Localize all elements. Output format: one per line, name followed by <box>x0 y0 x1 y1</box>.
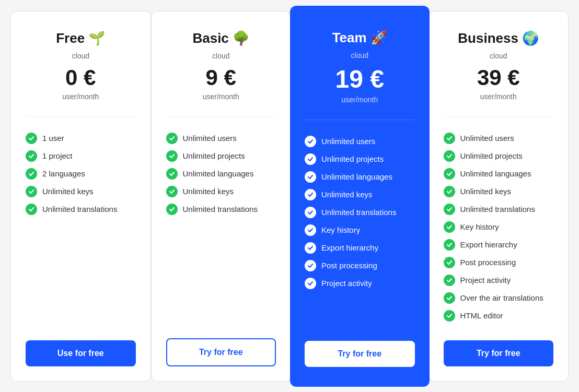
plan-icon-free: 🌱 <box>88 30 105 46</box>
check-icon <box>444 257 455 268</box>
feature-text: Unlimited keys <box>183 187 234 196</box>
features-list-team: Unlimited users Unlimited projects <box>305 133 415 325</box>
plan-price-team: 19 € <box>305 65 415 93</box>
check-icon <box>444 275 455 286</box>
check-icon <box>444 168 455 180</box>
feature-item: Over the air translations <box>444 289 554 307</box>
plan-title-team: Team 🚀 <box>305 30 415 46</box>
feature-item: Project activity <box>444 271 554 289</box>
plan-period-basic: user/month <box>166 92 276 101</box>
plan-card-team: Team 🚀 cloud 19 € user/month Unlimited u… <box>290 6 430 387</box>
plan-price-business: 39 € <box>444 65 554 90</box>
check-icon <box>26 150 37 162</box>
cta-button-basic[interactable]: Try for free <box>166 338 276 366</box>
feature-text: Unlimited projects <box>321 155 384 163</box>
feature-item: Unlimited keys <box>305 186 415 204</box>
feature-text: Project activity <box>460 276 511 284</box>
plan-subtitle-basic: cloud <box>166 52 276 60</box>
feature-item: Project activity <box>305 275 415 292</box>
feature-text: Key history <box>460 222 499 231</box>
check-icon <box>166 186 178 197</box>
plan-title-free: Free 🌱 <box>26 30 136 46</box>
plan-icon-basic: 🌳 <box>233 30 249 46</box>
feature-text: Post processing <box>460 258 516 267</box>
feature-item: Unlimited languages <box>444 165 554 183</box>
check-icon <box>305 260 316 271</box>
feature-text: Unlimited translations <box>321 208 396 217</box>
check-icon <box>305 136 316 147</box>
feature-text: 1 project <box>42 151 73 160</box>
check-icon <box>166 204 178 215</box>
feature-text: Unlimited translations <box>183 205 258 213</box>
feature-item: Post processing <box>305 257 415 275</box>
check-icon <box>444 310 455 322</box>
check-icon <box>305 171 316 183</box>
plan-subtitle-team: cloud <box>305 51 415 60</box>
check-icon <box>444 292 455 304</box>
plan-subtitle-free: cloud <box>26 52 136 60</box>
feature-text: Export hierarchy <box>321 243 378 252</box>
feature-text: Unlimited users <box>321 137 375 146</box>
plan-icon-team: 🚀 <box>370 30 387 45</box>
feature-item: Export hierarchy <box>444 236 554 254</box>
plan-title-basic: Basic 🌳 <box>166 30 276 46</box>
feature-text: Unlimited projects <box>183 151 245 160</box>
check-icon <box>166 168 178 180</box>
cta-button-team[interactable]: Try for free <box>305 341 415 367</box>
plan-title-business: Business 🌍 <box>444 30 554 46</box>
check-icon <box>305 224 316 236</box>
feature-item: HTML editor <box>444 307 554 325</box>
feature-item: 1 project <box>26 147 136 165</box>
feature-item: Unlimited users <box>444 129 554 147</box>
feature-text: Unlimited keys <box>42 187 94 196</box>
feature-text: Unlimited languages <box>183 169 254 178</box>
cta-button-business[interactable]: Try for free <box>444 340 554 366</box>
feature-text: Unlimited users <box>183 134 237 142</box>
plan-icon-business: 🌍 <box>522 30 539 46</box>
feature-item: Unlimited translations <box>166 200 276 218</box>
feature-text: Unlimited translations <box>460 205 535 213</box>
check-icon <box>305 189 316 200</box>
feature-text: Unlimited keys <box>321 190 373 199</box>
feature-text: Unlimited projects <box>460 151 523 160</box>
feature-item: Unlimited keys <box>444 183 554 200</box>
check-icon <box>305 153 316 165</box>
feature-text: Unlimited languages <box>321 172 392 181</box>
feature-item: Unlimited keys <box>166 183 276 200</box>
feature-text: 1 user <box>42 134 64 142</box>
check-icon <box>444 133 455 144</box>
feature-text: Export hierarchy <box>460 240 517 249</box>
feature-item: Unlimited translations <box>26 200 136 218</box>
check-icon <box>444 186 455 197</box>
pricing-container: Free 🌱 cloud 0 € user/month 1 user <box>10 11 569 382</box>
feature-text: Unlimited keys <box>460 187 512 196</box>
feature-item: Unlimited users <box>305 133 415 150</box>
plan-period-business: user/month <box>444 92 554 101</box>
feature-text: Over the air translations <box>460 293 543 302</box>
plan-period-free: user/month <box>26 92 136 101</box>
feature-text: Unlimited translations <box>42 205 117 213</box>
check-icon <box>444 239 455 251</box>
feature-text: Unlimited languages <box>460 169 531 178</box>
feature-item: Unlimited translations <box>305 204 415 221</box>
check-icon <box>444 150 455 162</box>
check-icon <box>166 150 178 162</box>
check-icon <box>26 168 37 180</box>
plan-card-free: Free 🌱 cloud 0 € user/month 1 user <box>10 11 151 382</box>
cta-button-free[interactable]: Use for free <box>26 340 136 366</box>
feature-text: Post processing <box>321 261 377 270</box>
feature-item: Post processing <box>444 254 554 271</box>
feature-item: 2 languages <box>26 165 136 183</box>
check-icon <box>305 278 316 289</box>
feature-text: 2 languages <box>42 169 85 178</box>
feature-item: Unlimited users <box>166 129 276 147</box>
plan-card-business: Business 🌍 cloud 39 € user/month Unlimit… <box>429 11 569 382</box>
feature-item: Export hierarchy <box>305 239 415 257</box>
check-icon <box>305 207 316 218</box>
feature-text: HTML editor <box>460 311 503 320</box>
feature-text: Unlimited users <box>460 134 514 142</box>
check-icon <box>26 204 37 215</box>
feature-item: Key history <box>444 218 554 236</box>
feature-text: Key history <box>321 225 360 234</box>
feature-item: Unlimited keys <box>26 183 136 200</box>
